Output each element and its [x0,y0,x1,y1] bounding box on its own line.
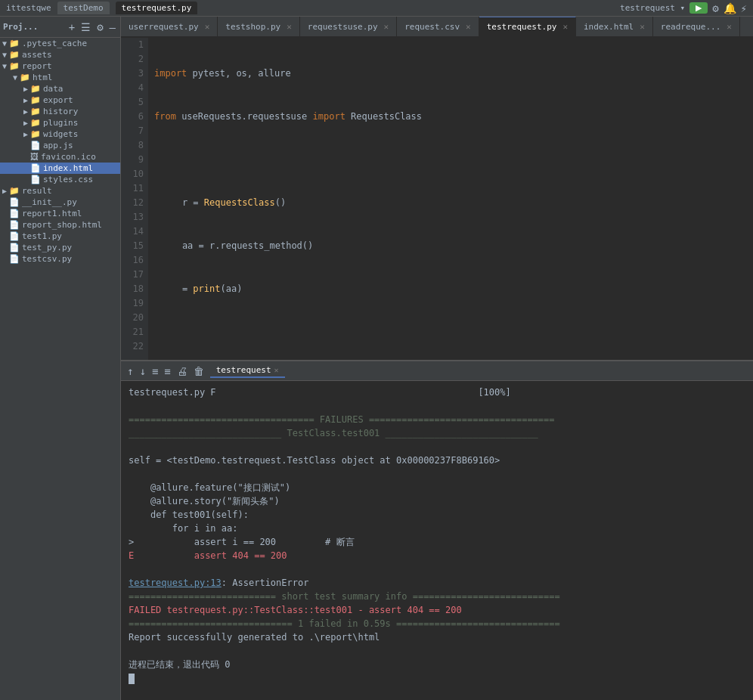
tab-label: requestsuse.py [308,22,378,32]
tree-item-report[interactable]: ▼ 📁 report [0,60,120,72]
tab-testrequest[interactable]: testrequest.py ✕ [479,17,576,36]
arrow-icon: ▶ [21,119,30,127]
tree-item-result[interactable]: ▶ 📁 result [0,185,120,197]
tab-testshop[interactable]: testshop.py ✕ [218,17,299,36]
arrow-icon: ▶ [21,96,30,104]
file-icon: 📄 [9,254,20,264]
tree-arrow [0,255,9,263]
tree-item-test-py[interactable]: 📄 test_py.py [0,242,120,253]
tree-item-html[interactable]: ▼ 📁 html [0,72,120,83]
tree-label: __init__.py [22,197,77,207]
tab-userrequest[interactable]: userrequest.py ✕ [121,17,218,36]
terminal-link[interactable]: testrequest.py:13 [129,578,222,588]
terminal-line: testrequest.py:13: AssertionError [129,576,745,590]
terminal-line: ================================== FAILU… [129,413,745,426]
up-icon[interactable]: ↑ [127,365,133,377]
terminal-line: ____________________________ TestClass.t… [129,426,745,440]
tab-close-icon[interactable]: ✕ [727,22,732,32]
arrow-icon: ▶ [21,107,30,116]
tab-readreque[interactable]: readreque... ✕ [653,17,740,36]
tree-item-report1-html[interactable]: 📄 report1.html [0,208,120,219]
tab-close-icon[interactable]: ✕ [287,22,292,32]
terminal-line: def test001(self): [129,508,745,522]
code-content[interactable]: import pytest, os, allure from useReques… [148,38,753,360]
tree-label: html [33,73,53,82]
tab-requestsuse[interactable]: requestsuse.py ✕ [300,17,397,36]
terminal-tab-label: testrequest [216,365,271,375]
tree-label: report_shop.html [22,220,102,230]
tab-request-csv[interactable]: request.csv ✕ [397,17,479,36]
code-line-2: from useRequests.requestsuse import Requ… [154,110,753,124]
tree-item-testcsv-py[interactable]: 📄 testcsv.py [0,253,120,265]
tree-item-appjs[interactable]: 📄 app.js [0,140,120,151]
tree-label: plugins [43,118,78,128]
tree-label: app.js [43,141,73,150]
title-bar: ittestqwe testDemo testrequest.py testre… [0,0,753,17]
add-icon[interactable]: + [67,20,76,35]
tree-item-report-shop-html[interactable]: 📄 report_shop.html [0,219,120,231]
tree-arrow [0,232,9,240]
tab-label: testrequest.py [487,22,557,32]
trash-icon[interactable]: 🗑 [194,365,204,377]
terminal-left-icons: ↑ ↓ ≡ ≡ 🖨 🗑 [127,365,204,377]
print-icon[interactable]: 🖨 [177,365,187,377]
tree-item-test1-py[interactable]: 📄 test1.py [0,231,120,242]
terminal-line: =========================== short test s… [129,590,745,603]
down-icon[interactable]: ↓ [139,365,145,377]
code-line-7 [154,325,753,339]
terminal-line: testrequest.py F [100%] [129,386,745,399]
file-icon: 📄 [30,141,41,150]
tree-label: result [22,186,52,196]
tab-index-html[interactable]: index.html ✕ [576,17,653,36]
tab-label: testshop.py [225,22,280,32]
tree-item-history[interactable]: ▶ 📁 history [0,106,120,117]
cursor [129,674,135,684]
tree-item-styles-css[interactable]: 📄 styles.css [0,174,120,185]
terminal-tab-bar: ↑ ↓ ≡ ≡ 🖨 🗑 testrequest ✕ [121,361,753,381]
terminal-tab-testrequest[interactable]: testrequest ✕ [210,364,285,378]
lightning-icon[interactable]: ⚡ [741,2,747,14]
title-tab-testdemo[interactable]: testDemo [57,2,110,14]
tree-item-widgets[interactable]: ▶ 📁 widgets [0,129,120,140]
tree-item-init-py[interactable]: 📄 __init__.py [0,197,120,208]
run-config-label: testrequest ▾ [620,3,685,13]
code-editor[interactable]: 1234 5678 9101112 13141516 17181920 2122… [121,38,753,360]
tree-item-data[interactable]: ▶ 📁 data [0,83,120,94]
tab-close-icon[interactable]: ✕ [562,22,568,32]
tree-arrow [21,175,30,184]
terminal-line: @allure.feature("接口测试") [129,481,745,494]
file-icon: 📄 [9,220,20,230]
collapse-icon[interactable]: — [108,20,117,35]
terminal-content[interactable]: testrequest.py F [100%] ================… [121,381,753,700]
terminal-tab-close-icon[interactable]: ✕ [274,366,279,374]
terminal-line [129,467,745,481]
terminal-line [129,440,745,454]
line-numbers: 1234 5678 9101112 13141516 17181920 2122 [121,38,148,360]
menu-icon[interactable]: ☰ [79,20,92,35]
terminal-cursor-line [129,671,745,685]
tab-close-icon[interactable]: ✕ [466,22,471,32]
tree-arrow [0,243,9,252]
tab-close-icon[interactable]: ✕ [640,22,645,32]
arrow-icon: ▼ [0,39,9,48]
bell-icon[interactable]: 🔔 [724,2,736,14]
title-tab-testrequest[interactable]: testrequest.py [116,2,198,14]
settings-icon[interactable]: ⚙ [95,20,104,35]
terminal-line: ============================== 1 failed … [129,617,745,630]
tree-item-index-html[interactable]: 📄 index.html [0,163,120,174]
run-button[interactable]: ▶ [689,2,708,14]
list2-icon[interactable]: ≡ [164,365,170,377]
tree-item-export[interactable]: ▶ 📁 export [0,94,120,106]
list-icon[interactable]: ≡ [152,365,158,377]
file-tree: ▼ 📁 .pytest_cache ▼ 📁 assets ▼ 📁 report … [0,38,120,700]
tab-close-icon[interactable]: ✕ [205,22,210,32]
tab-close-icon[interactable]: ✕ [384,22,389,32]
arrow-icon: ▼ [0,62,9,70]
tree-item-assets[interactable]: ▼ 📁 assets [0,49,120,60]
tree-item-plugins[interactable]: ▶ 📁 plugins [0,117,120,129]
tree-item-pytest-cache[interactable]: ▼ 📁 .pytest_cache [0,38,120,49]
code-line-1: import pytest, os, allure [154,67,753,81]
gear-icon[interactable]: ⚙ [712,2,718,14]
code-line-5: aa = r.requests_method() [154,239,753,253]
tree-item-favicon[interactable]: 🖼 favicon.ico [0,151,120,163]
